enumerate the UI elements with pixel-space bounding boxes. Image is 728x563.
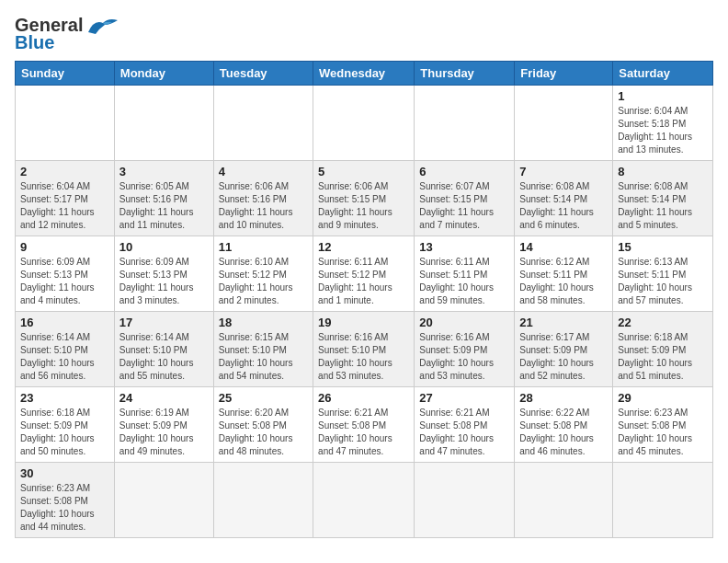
day-info: Sunrise: 6:16 AM Sunset: 5:09 PM Dayligh… [419,332,494,381]
day-number: 2 [20,165,109,178]
calendar-cell [213,463,313,538]
calendar-cell [114,463,213,538]
day-info: Sunrise: 6:14 AM Sunset: 5:10 PM Dayligh… [119,332,194,381]
day-number: 1 [618,89,708,103]
day-number: 19 [318,316,409,329]
calendar-cell: 20Sunrise: 6:16 AM Sunset: 5:09 PM Dayli… [415,312,515,387]
day-info: Sunrise: 6:11 AM Sunset: 5:11 PM Dayligh… [419,257,494,305]
day-number: 22 [618,316,708,329]
day-number: 9 [20,240,109,254]
day-info: Sunrise: 6:20 AM Sunset: 5:08 PM Dayligh… [219,408,293,456]
day-number: 8 [618,165,708,178]
day-number: 28 [519,391,608,405]
calendar-cell: 13Sunrise: 6:11 AM Sunset: 5:11 PM Dayli… [415,236,515,312]
day-number: 15 [618,240,708,254]
day-number: 25 [219,391,308,405]
day-info: Sunrise: 6:16 AM Sunset: 5:10 PM Dayligh… [318,332,392,381]
calendar-cell [515,86,613,161]
calendar-cell: 24Sunrise: 6:19 AM Sunset: 5:09 PM Dayli… [114,387,213,463]
calendar-cell: 28Sunrise: 6:22 AM Sunset: 5:08 PM Dayli… [515,387,613,463]
calendar-cell [16,86,115,161]
calendar-week-row: 1Sunrise: 6:04 AM Sunset: 5:18 PM Daylig… [16,86,713,161]
day-info: Sunrise: 6:23 AM Sunset: 5:08 PM Dayligh… [618,408,692,456]
day-number: 6 [419,165,509,178]
calendar-cell: 11Sunrise: 6:10 AM Sunset: 5:12 PM Dayli… [213,236,313,312]
calendar-cell: 18Sunrise: 6:15 AM Sunset: 5:10 PM Dayli… [213,312,313,387]
day-info: Sunrise: 6:17 AM Sunset: 5:09 PM Dayligh… [519,332,594,381]
calendar-cell: 1Sunrise: 6:04 AM Sunset: 5:18 PM Daylig… [613,86,713,161]
weekday-header-row: SundayMondayTuesdayWednesdayThursdayFrid… [16,62,713,86]
calendar-cell: 23Sunrise: 6:18 AM Sunset: 5:09 PM Dayli… [16,387,115,463]
day-number: 16 [20,316,109,329]
weekday-header-friday: Friday [515,62,613,86]
calendar-cell: 5Sunrise: 6:06 AM Sunset: 5:15 PM Daylig… [313,161,415,236]
calendar-cell: 16Sunrise: 6:14 AM Sunset: 5:10 PM Dayli… [16,312,115,387]
day-info: Sunrise: 6:21 AM Sunset: 5:08 PM Dayligh… [318,408,392,456]
day-info: Sunrise: 6:13 AM Sunset: 5:11 PM Dayligh… [618,257,692,305]
day-number: 11 [219,240,308,254]
weekday-header-thursday: Thursday [415,62,515,86]
page-header: General Blue [15,15,713,53]
day-number: 29 [618,391,708,405]
day-number: 18 [219,316,308,329]
calendar-cell [213,86,313,161]
day-number: 12 [318,240,409,254]
day-number: 3 [119,165,209,178]
day-info: Sunrise: 6:07 AM Sunset: 5:15 PM Dayligh… [419,181,494,230]
day-info: Sunrise: 6:06 AM Sunset: 5:16 PM Dayligh… [219,181,293,230]
day-number: 7 [519,165,608,178]
day-info: Sunrise: 6:11 AM Sunset: 5:12 PM Dayligh… [318,257,392,305]
calendar-cell: 14Sunrise: 6:12 AM Sunset: 5:11 PM Dayli… [515,236,613,312]
day-info: Sunrise: 6:06 AM Sunset: 5:15 PM Dayligh… [318,181,392,230]
day-number: 26 [318,391,409,405]
calendar-week-row: 23Sunrise: 6:18 AM Sunset: 5:09 PM Dayli… [16,387,713,463]
day-info: Sunrise: 6:09 AM Sunset: 5:13 PM Dayligh… [119,257,194,305]
logo-bird-icon [86,16,119,36]
day-number: 10 [119,240,209,254]
calendar-cell: 10Sunrise: 6:09 AM Sunset: 5:13 PM Dayli… [114,236,213,312]
day-info: Sunrise: 6:08 AM Sunset: 5:14 PM Dayligh… [618,181,692,230]
calendar-cell: 7Sunrise: 6:08 AM Sunset: 5:14 PM Daylig… [515,161,613,236]
weekday-header-monday: Monday [114,62,213,86]
day-info: Sunrise: 6:08 AM Sunset: 5:14 PM Dayligh… [519,181,594,230]
calendar-week-row: 30Sunrise: 6:23 AM Sunset: 5:08 PM Dayli… [16,463,713,538]
day-number: 14 [519,240,608,254]
day-info: Sunrise: 6:04 AM Sunset: 5:17 PM Dayligh… [20,181,95,230]
day-info: Sunrise: 6:23 AM Sunset: 5:08 PM Dayligh… [20,483,95,532]
calendar-cell [613,463,713,538]
weekday-header-wednesday: Wednesday [313,62,415,86]
weekday-header-tuesday: Tuesday [213,62,313,86]
day-number: 5 [318,165,409,178]
calendar-cell [415,86,515,161]
day-number: 27 [419,391,509,405]
logo-text-blue: Blue [15,32,54,53]
day-info: Sunrise: 6:12 AM Sunset: 5:11 PM Dayligh… [519,257,594,305]
day-info: Sunrise: 6:15 AM Sunset: 5:10 PM Dayligh… [219,332,293,381]
day-info: Sunrise: 6:22 AM Sunset: 5:08 PM Dayligh… [519,408,594,456]
day-info: Sunrise: 6:14 AM Sunset: 5:10 PM Dayligh… [20,332,95,381]
calendar-cell: 19Sunrise: 6:16 AM Sunset: 5:10 PM Dayli… [313,312,415,387]
calendar-cell [415,463,515,538]
day-info: Sunrise: 6:04 AM Sunset: 5:18 PM Dayligh… [618,106,692,155]
weekday-header-saturday: Saturday [613,62,713,86]
calendar-cell: 4Sunrise: 6:06 AM Sunset: 5:16 PM Daylig… [213,161,313,236]
day-info: Sunrise: 6:18 AM Sunset: 5:09 PM Dayligh… [20,408,95,456]
calendar-week-row: 16Sunrise: 6:14 AM Sunset: 5:10 PM Dayli… [16,312,713,387]
calendar-cell [313,86,415,161]
calendar-cell: 15Sunrise: 6:13 AM Sunset: 5:11 PM Dayli… [613,236,713,312]
calendar-cell: 8Sunrise: 6:08 AM Sunset: 5:14 PM Daylig… [613,161,713,236]
calendar-cell: 9Sunrise: 6:09 AM Sunset: 5:13 PM Daylig… [16,236,115,312]
calendar-cell: 25Sunrise: 6:20 AM Sunset: 5:08 PM Dayli… [213,387,313,463]
calendar-cell [114,86,213,161]
calendar-cell: 27Sunrise: 6:21 AM Sunset: 5:08 PM Dayli… [415,387,515,463]
calendar-cell: 29Sunrise: 6:23 AM Sunset: 5:08 PM Dayli… [613,387,713,463]
calendar-cell: 2Sunrise: 6:04 AM Sunset: 5:17 PM Daylig… [16,161,115,236]
calendar-cell [313,463,415,538]
day-info: Sunrise: 6:10 AM Sunset: 5:12 PM Dayligh… [219,257,293,305]
weekday-header-sunday: Sunday [16,62,115,86]
day-info: Sunrise: 6:05 AM Sunset: 5:16 PM Dayligh… [119,181,194,230]
calendar-week-row: 9Sunrise: 6:09 AM Sunset: 5:13 PM Daylig… [16,236,713,312]
calendar-cell: 30Sunrise: 6:23 AM Sunset: 5:08 PM Dayli… [16,463,115,538]
day-info: Sunrise: 6:18 AM Sunset: 5:09 PM Dayligh… [618,332,692,381]
calendar-week-row: 2Sunrise: 6:04 AM Sunset: 5:17 PM Daylig… [16,161,713,236]
